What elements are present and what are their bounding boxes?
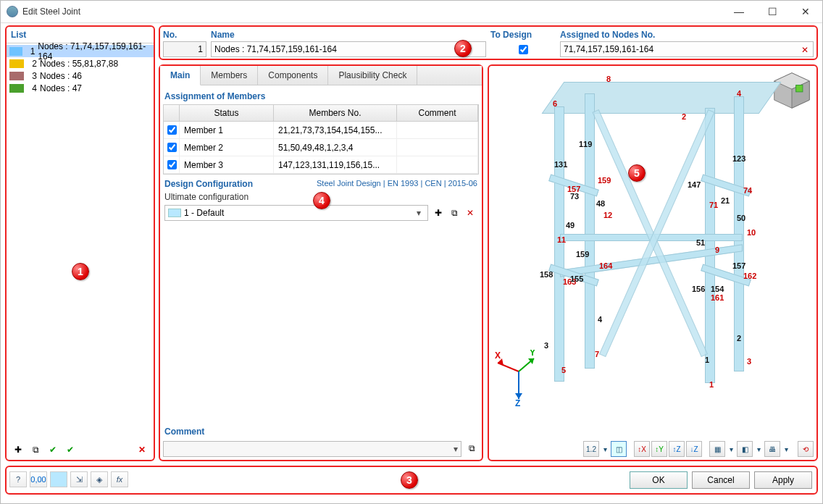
chevron-down-icon[interactable]: ▾ (601, 441, 609, 457)
todesign-label: To Design (490, 28, 556, 41)
color-swatch (9, 72, 24, 80)
app-icon (7, 6, 18, 17)
list-item[interactable]: 3 Nodes : 46 (7, 70, 154, 82)
numbering-icon[interactable]: 1.2 (583, 441, 599, 457)
show-model-icon[interactable]: ◫ (611, 441, 627, 457)
badge-1: 1 (72, 263, 89, 280)
view-y-icon[interactable]: ↕Y (651, 441, 667, 457)
viewer-toolbar: 1.2 ▾ ◫ ↕X ↕Y ↕Z ↓Z ▦ ▾ ◧ ▾ 🖶 ▾ ⟲ (583, 440, 814, 458)
viewer-panel: 8 6 4 2 159 157 74 71 12 10 11 9 164 162… (488, 64, 818, 461)
tab-plausibility[interactable]: Plausibility Check (328, 66, 417, 85)
maximize-button[interactable]: ☐ (756, 1, 789, 22)
badge-2: 2 (454, 40, 472, 57)
window-title: Edit Steel Joint (22, 7, 722, 17)
svg-text:X: X (495, 350, 501, 361)
no-value: 1 (163, 41, 206, 57)
comment-copy-icon[interactable]: ⧉ (464, 441, 479, 455)
render-mode-icon[interactable]: ◧ (737, 441, 753, 457)
tabs: Main Members Components Plausibility Che… (160, 66, 482, 85)
view-z-icon[interactable]: ↕Z (669, 441, 685, 457)
list-item[interactable]: 1 Nodes : 71,74,157,159,161-164 (7, 45, 154, 57)
new-config-icon[interactable]: ✚ (431, 206, 446, 220)
color-swatch (9, 84, 24, 93)
main-panel: Main Members Components Plausibility Che… (159, 64, 483, 461)
badge-3: 3 (401, 471, 418, 489)
list-item[interactable]: 4 Nodes : 47 (7, 82, 154, 94)
color-icon[interactable] (50, 471, 67, 487)
name-label: Name (211, 28, 486, 41)
tab-members[interactable]: Members (201, 66, 258, 85)
print-icon[interactable]: 🖶 (764, 441, 780, 457)
cancel-button[interactable]: Cancel (692, 471, 750, 489)
titlebar: Edit Steel Joint — ☐ ✕ (1, 1, 822, 23)
units-icon[interactable]: 0,00 (30, 471, 47, 487)
tab-components[interactable]: Components (258, 66, 328, 85)
table-row[interactable]: Member 2 51,50,49,48,1,2,3,4 (164, 139, 478, 156)
svg-text:Z: Z (515, 398, 520, 408)
apply-button[interactable]: Apply (754, 471, 812, 489)
comment-input[interactable]: ▾ (163, 441, 461, 457)
ok-button[interactable]: OK (630, 471, 688, 489)
list-body: 1 Nodes : 71,74,157,159,161-164 2 Nodes … (7, 43, 154, 96)
copy-item-icon[interactable]: ⧉ (28, 442, 43, 457)
badge-4: 4 (313, 192, 330, 209)
row-checkbox[interactable] (167, 160, 177, 169)
chevron-down-icon[interactable]: ▾ (413, 208, 425, 218)
svg-rect-3 (796, 85, 803, 92)
col-members: Members No. (274, 105, 397, 121)
minimize-button[interactable]: — (722, 1, 756, 22)
delete-config-icon[interactable]: ✕ (463, 206, 477, 220)
chevron-down-icon[interactable]: ▾ (727, 441, 735, 457)
nodes-input[interactable]: 71,74,157,159,161-164 ✕ (560, 41, 814, 57)
view-icon[interactable]: ◈ (91, 471, 108, 487)
no-label: No. (163, 28, 206, 41)
comment-title: Comment (163, 421, 479, 440)
assignment-title: Assignment of Members (160, 85, 482, 104)
pick-icon[interactable]: ⇲ (70, 471, 88, 487)
config-swatch (168, 209, 181, 217)
new-item-icon[interactable]: ✚ (11, 442, 25, 457)
design-title: Design Configuration (164, 179, 253, 189)
axis-gizmo: X Y Z (493, 350, 544, 408)
color-swatch (9, 47, 22, 56)
edit-config-icon[interactable]: ⧉ (447, 206, 461, 220)
view-x-icon[interactable]: ↕X (634, 441, 650, 457)
badge-5: 5 (628, 164, 646, 182)
viewer-canvas[interactable]: 8 6 4 2 159 157 74 71 12 10 11 9 164 162… (490, 67, 815, 437)
table-row[interactable]: Member 3 147,123,131,119,156,15... (164, 156, 478, 174)
clear-nodes-icon[interactable]: ✕ (798, 43, 811, 56)
view-minus-z-icon[interactable]: ↓Z (686, 441, 702, 457)
table-row[interactable]: Member 1 21,21,73,73,154,154,155... (164, 122, 478, 139)
config-dropdown[interactable]: 1 - Default ▾ (164, 205, 428, 221)
color-swatch (9, 59, 24, 68)
view-cube-icon[interactable] (772, 70, 812, 111)
row-checkbox[interactable] (167, 125, 177, 135)
uncheck-all-icon[interactable]: ✔ (63, 442, 78, 457)
function-icon[interactable]: fx (111, 471, 128, 487)
reset-view-icon[interactable]: ⟲ (798, 441, 814, 457)
chevron-down-icon[interactable]: ▾ (782, 441, 790, 457)
close-button[interactable]: ✕ (789, 1, 822, 22)
delete-item-icon[interactable]: ✕ (135, 442, 149, 457)
col-comment: Comment (397, 105, 478, 121)
name-input[interactable]: Nodes : 71,74,157,159,161-164 (211, 41, 486, 57)
todesign-checkbox[interactable] (519, 45, 528, 54)
members-table: Status Members No. Comment Member 1 21,2… (163, 104, 479, 175)
tab-main[interactable]: Main (160, 66, 201, 85)
list-toolbar: ✚ ⧉ ✔ ✔ ✕ (8, 441, 152, 458)
help-icon[interactable]: ? (9, 471, 27, 487)
svg-text:Y: Y (530, 350, 535, 358)
check-all-icon[interactable]: ✔ (46, 442, 60, 457)
list-panel: List 1 Nodes : 71,74,157,159,161-164 2 N… (5, 25, 155, 461)
chevron-down-icon[interactable]: ▾ (754, 441, 763, 457)
display-mode-icon[interactable]: ▦ (709, 441, 725, 457)
nodes-label: Assigned to Nodes No. (560, 28, 814, 41)
header-panel: No. 1 Name Nodes : 71,74,157,159,161-164… (159, 25, 818, 60)
col-status: Status (180, 105, 274, 121)
row-checkbox[interactable] (167, 143, 177, 152)
design-subtitle: Steel Joint Design | EN 1993 | CEN | 201… (317, 179, 477, 189)
